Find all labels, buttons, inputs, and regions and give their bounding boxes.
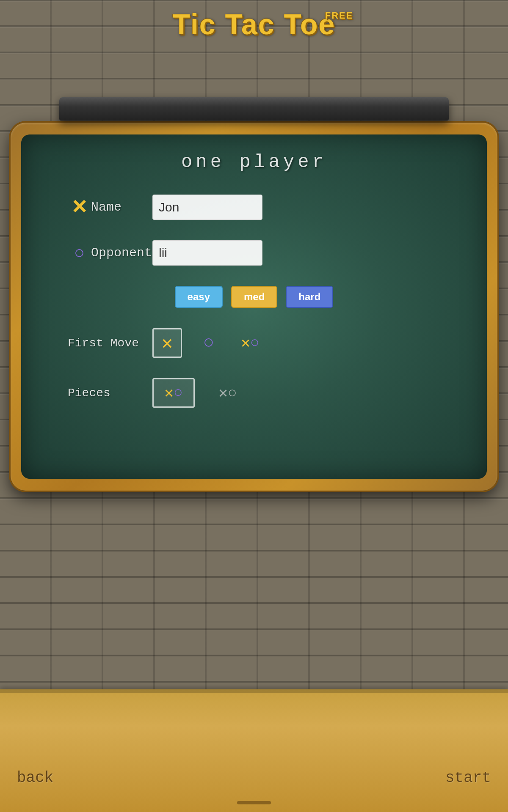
nav-buttons: back start [0,769,508,787]
free-label: FREE [325,10,353,21]
difficulty-row: easy med hard [68,286,440,308]
opponent-label: Opponent [91,246,152,260]
med-button[interactable]: med [231,286,277,308]
o-mark-icon: ○ [68,242,91,264]
name-label: Name [91,200,152,214]
pieces-colored[interactable]: ✕○ [152,378,195,408]
game-title: Tic Tac Toe FREE [173,8,336,41]
first-move-label: First Move [68,337,152,350]
bottom-bar [0,689,508,812]
opponent-row: ○ Opponent [68,240,440,266]
first-move-o[interactable]: ○ [194,328,224,358]
home-indicator [237,801,271,804]
first-move-row: First Move ✕ ○ ✕○ [68,328,440,358]
opponent-input[interactable] [152,240,262,266]
title-container: Tic Tac Toe FREE [0,8,508,41]
form-section: ✕ Name ○ Opponent easy med hard First Mo… [68,195,440,418]
first-move-x[interactable]: ✕ [152,328,182,358]
hard-button[interactable]: hard [286,286,333,308]
first-move-choices: ✕ ○ ✕○ [152,328,265,358]
pieces-chalk[interactable]: ✕○ [207,378,249,408]
easy-button[interactable]: easy [175,286,223,308]
first-move-xo[interactable]: ✕○ [235,328,265,358]
name-row: ✕ Name [68,195,440,220]
x-mark-icon: ✕ [68,195,91,219]
name-input[interactable] [152,195,262,220]
back-button[interactable]: back [17,769,53,787]
page-heading: one player [0,151,508,173]
pieces-label: Pieces [68,387,152,400]
pieces-row: Pieces ✕○ ✕○ [68,378,440,408]
start-button[interactable]: start [445,769,491,787]
shelf-ledge [59,97,449,121]
